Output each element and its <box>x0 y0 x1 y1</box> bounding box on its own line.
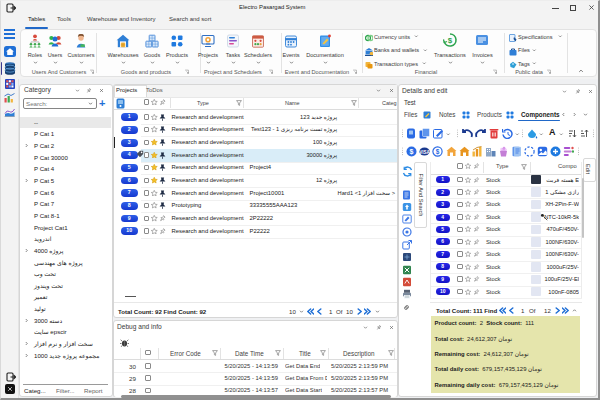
svg-text:$: $ <box>447 36 452 45</box>
svg-text:$: $ <box>410 148 414 156</box>
svg-text:$: $ <box>436 148 440 156</box>
svg-text:VISA: VISA <box>419 150 430 155</box>
